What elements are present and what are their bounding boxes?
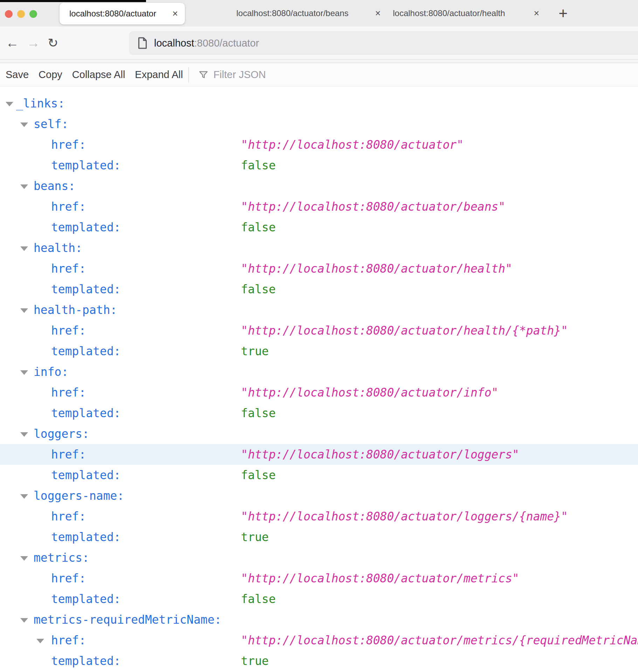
- url-text: localhost:8080/actuator: [154, 37, 259, 49]
- back-button[interactable]: ←: [6, 27, 19, 59]
- json-value-string[interactable]: "http://localhost:8080/actuator/beans": [241, 196, 505, 217]
- quote: ": [561, 324, 568, 337]
- json-key[interactable]: loggers:: [34, 424, 89, 444]
- json-value-string[interactable]: "http://localhost:8080/actuator/loggers/…: [241, 506, 568, 527]
- json-row: loggers:: [0, 424, 638, 444]
- collapse-twisty-icon[interactable]: [20, 494, 28, 499]
- json-value-string[interactable]: "http://localhost:8080/actuator/loggers": [241, 444, 519, 465]
- json-key[interactable]: href:: [51, 382, 86, 403]
- json-row: href:"http://localhost:8080/actuator/hea…: [0, 258, 638, 279]
- json-key[interactable]: href:: [51, 506, 86, 527]
- filter-json-input[interactable]: [213, 69, 298, 81]
- url-string[interactable]: http://localhost:8080/actuator/health: [248, 262, 505, 275]
- json-row: href:"http://localhost:8080/actuator/met…: [0, 630, 638, 651]
- collapse-twisty-icon[interactable]: [36, 639, 44, 643]
- window-close-button[interactable]: [5, 10, 13, 18]
- json-key[interactable]: href:: [51, 568, 86, 589]
- json-value-string[interactable]: "http://localhost:8080/actuator/health": [241, 258, 512, 279]
- collapse-twisty-icon[interactable]: [20, 370, 28, 375]
- json-value-string[interactable]: "http://localhost:8080/actuator/health/{…: [241, 320, 568, 341]
- quote: ": [241, 634, 248, 647]
- json-key[interactable]: health-path:: [34, 300, 117, 320]
- collapse-twisty-icon[interactable]: [6, 102, 13, 106]
- url-string[interactable]: http://localhost:8080/actuator/health/{*…: [248, 324, 561, 337]
- colon: :: [79, 324, 86, 337]
- json-row: metrics-requiredMetricName:: [0, 609, 638, 630]
- json-value-string[interactable]: "http://localhost:8080/actuator/metrics/…: [241, 630, 638, 651]
- json-key[interactable]: health:: [34, 238, 82, 258]
- json-row: href:"http://localhost:8080/actuator": [0, 134, 638, 155]
- json-key[interactable]: metrics-requiredMetricName:: [34, 609, 221, 630]
- copy-button[interactable]: Copy: [39, 69, 62, 80]
- json-value-string[interactable]: "http://localhost:8080/actuator/info": [241, 382, 498, 403]
- window-zoom-button[interactable]: [29, 10, 37, 18]
- url-string[interactable]: http://localhost:8080/actuator/metrics/{…: [248, 634, 638, 647]
- json-key[interactable]: templated:: [51, 279, 121, 300]
- json-value-string[interactable]: "http://localhost:8080/actuator": [241, 134, 464, 155]
- url-string[interactable]: http://localhost:8080/actuator/loggers/{…: [248, 510, 561, 523]
- quote: ": [457, 138, 464, 152]
- collapse-twisty-icon[interactable]: [20, 184, 28, 189]
- reload-button[interactable]: ↻: [48, 27, 58, 59]
- window-minimize-button[interactable]: [17, 10, 25, 18]
- json-key[interactable]: templated:: [51, 527, 121, 547]
- quote: ": [498, 200, 505, 214]
- url-string[interactable]: http://localhost:8080/actuator: [248, 138, 457, 152]
- forward-button[interactable]: →: [27, 27, 40, 59]
- url-string[interactable]: http://localhost:8080/actuator/metrics: [248, 572, 512, 585]
- close-icon[interactable]: ×: [534, 9, 539, 18]
- json-key[interactable]: href:: [51, 258, 86, 279]
- url-string[interactable]: http://localhost:8080/actuator/beans: [248, 200, 498, 214]
- collapse-twisty-icon[interactable]: [20, 122, 28, 127]
- json-key[interactable]: _links:: [16, 93, 65, 114]
- collapse-twisty-icon[interactable]: [20, 556, 28, 561]
- json-key[interactable]: templated:: [51, 465, 121, 485]
- close-icon[interactable]: ×: [172, 9, 178, 19]
- json-key-text: href: [51, 448, 79, 461]
- new-tab-button[interactable]: +: [553, 0, 574, 27]
- url-string[interactable]: http://localhost:8080/actuator/loggers: [248, 448, 512, 461]
- json-value-string[interactable]: "http://localhost:8080/actuator/metrics": [241, 568, 519, 589]
- json-key[interactable]: templated:: [51, 341, 121, 362]
- json-row: templated:false: [0, 403, 638, 424]
- quote: ": [241, 200, 248, 214]
- collapse-twisty-icon[interactable]: [20, 246, 28, 251]
- json-row: health-path:: [0, 300, 638, 320]
- json-key[interactable]: templated:: [51, 403, 121, 424]
- tab-actuator-health[interactable]: localhost:8080/actuator/health ×: [393, 0, 539, 27]
- json-value-boolean: false: [241, 403, 276, 424]
- colon: :: [79, 510, 86, 523]
- collapse-twisty-icon[interactable]: [20, 618, 28, 623]
- json-row: self:: [0, 114, 638, 134]
- close-icon[interactable]: ×: [375, 9, 381, 18]
- json-key[interactable]: metrics:: [34, 547, 89, 568]
- json-row: href:"http://localhost:8080/actuator/met…: [0, 568, 638, 589]
- quote: ": [512, 448, 519, 461]
- json-key[interactable]: templated:: [51, 651, 121, 671]
- json-key[interactable]: href:: [51, 134, 86, 155]
- json-key[interactable]: href:: [51, 196, 86, 217]
- json-key[interactable]: templated:: [51, 155, 121, 176]
- json-key-text: href: [51, 324, 79, 337]
- url-string[interactable]: http://localhost:8080/actuator/info: [248, 386, 491, 399]
- json-key[interactable]: href:: [51, 444, 86, 465]
- json-key[interactable]: href:: [51, 320, 86, 341]
- json-key[interactable]: templated:: [51, 589, 121, 609]
- expand-all-button[interactable]: Expand All: [135, 69, 183, 80]
- collapse-all-button[interactable]: Collapse All: [72, 69, 125, 80]
- collapse-twisty-icon[interactable]: [20, 308, 28, 313]
- json-key[interactable]: href:: [51, 630, 86, 651]
- json-key[interactable]: info:: [34, 362, 68, 382]
- json-key-text: templated: [51, 592, 114, 606]
- address-bar[interactable]: localhost:8080/actuator: [129, 31, 638, 55]
- tab-actuator[interactable]: localhost:8080/actuator ×: [60, 3, 185, 24]
- json-key[interactable]: templated:: [51, 217, 121, 238]
- json-key[interactable]: loggers-name:: [34, 485, 124, 506]
- tab-actuator-beans[interactable]: localhost:8080/actuator/beans ×: [236, 0, 381, 27]
- json-key-text: info: [34, 365, 61, 379]
- json-key[interactable]: beans:: [34, 176, 75, 196]
- json-row: beans:: [0, 176, 638, 196]
- save-button[interactable]: Save: [6, 69, 29, 80]
- json-key[interactable]: self:: [34, 114, 68, 134]
- collapse-twisty-icon[interactable]: [20, 432, 28, 437]
